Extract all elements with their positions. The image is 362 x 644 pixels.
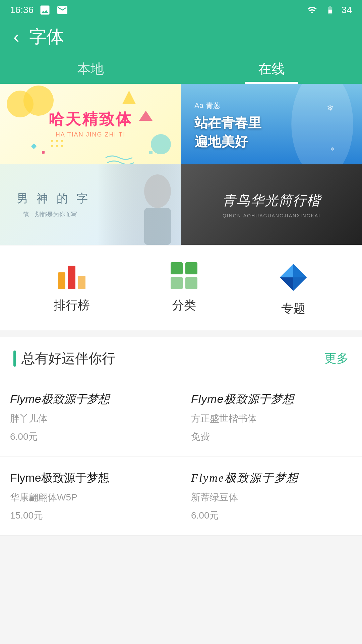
font-type-1: 胖丫儿体 [10,412,171,425]
banner-1-sub-text: HA TIAN JING ZHI TI [49,131,132,138]
page-title: 字体 [29,25,64,49]
section-title-wrap: 总有好运伴你行 [13,349,115,368]
status-right: 34 [305,5,352,15]
tab-online[interactable]: 在线 [181,54,362,84]
font-grid: Flyme极致源于梦想 胖丫儿体 6.00元 Flyme极致源于梦想 方正盛世楷… [0,378,362,536]
banner-qingniao[interactable]: 青鸟华光简行楷 QINGNIAOHUAGUANGJIANXINGKAI [181,164,362,245]
banner-male-god[interactable]: 男 神 的 字 一笔一划都是为你而写 [0,164,181,245]
font-type-3: 华康翩翩体W5P [10,491,171,504]
banner-2-small-text: Aa-青葱 [194,101,261,111]
font-type-4: 新蒂绿豆体 [191,491,352,504]
font-section: 总有好运伴你行 更多 Flyme极致源于梦想 胖丫儿体 6.00元 Flyme极… [0,337,362,536]
category-ranking-label: 排行榜 [54,297,90,314]
font-price-1: 6.00元 [10,430,171,443]
svg-point-14 [291,84,353,164]
bar-chart-icon [58,262,85,289]
grid-icon [171,262,197,289]
bar-3 [78,276,85,289]
font-display-1: Flyme极致源于梦想 [10,391,171,407]
banner-4-text: 青鸟华光简行楷 QINGNIAOHUAGUANGJIANXINGKAI [222,191,321,218]
tab-local[interactable]: 本地 [0,54,181,84]
banner-3-main-text: 男 神 的 字 [17,191,90,206]
mail-icon [56,4,68,16]
font-item-1[interactable]: Flyme极致源于梦想 胖丫儿体 6.00元 [0,378,181,457]
tabs-container: 本地 在线 [0,54,362,84]
banner-4-main-text: 青鸟华光简行楷 [222,191,321,210]
section-header: 总有好运伴你行 更多 [0,337,362,378]
font-item-4[interactable]: Flyme极致源于梦想 新蒂绿豆体 6.00元 [181,457,362,536]
status-time: 16:36 [10,5,34,15]
diamond-icon [278,262,308,292]
svg-marker-22 [293,264,307,277]
banner-4-sub-text: QINGNIAOHUAGUANGJIANXINGKAI [222,213,321,218]
font-price-2: 免费 [191,430,352,443]
category-special-label: 专题 [281,301,305,317]
banner-hatian[interactable]: 哈天精致体 HA TIAN JING ZHI TI [0,84,181,164]
font-price-4: 6.00元 [191,509,352,522]
font-price-3: 15.00元 [10,509,171,522]
svg-rect-0 [328,10,332,13]
svg-marker-25 [293,277,307,291]
category-classification-label: 分类 [172,297,196,314]
banner-qingcong[interactable]: ❄ ❄ ❄ Aa-青葱 站在青春里遍地美好 [181,84,362,164]
grid-cell-1 [171,262,183,274]
category-ranking[interactable]: 排行榜 [54,262,90,317]
banner-3-sub-text: 一笔一划都是为你而写 [17,210,90,218]
svg-rect-20 [144,208,171,245]
banner-3-text: 男 神 的 字 一笔一划都是为你而写 [10,184,97,225]
font-item-2[interactable]: Flyme极致源于梦想 方正盛世楷书体 免费 [181,378,362,457]
font-type-2: 方正盛世楷书体 [191,412,352,425]
back-button[interactable]: ‹ [13,28,19,46]
grid-cell-2 [185,262,197,274]
svg-marker-23 [280,277,293,291]
section-title: 总有好运伴你行 [21,349,115,368]
bar-1 [58,272,65,289]
battery-frame-icon [323,5,337,15]
image-icon [39,4,51,16]
top-bar: ‹ 字体 [0,20,362,54]
svg-marker-24 [280,264,293,277]
svg-point-19 [144,174,171,208]
more-button[interactable]: 更多 [324,350,349,367]
banner-grid: 哈天精致体 HA TIAN JING ZHI TI ❄ ❄ ❄ Aa-青葱 站 [0,84,362,245]
banner-2-text: Aa-青葱 站在青春里遍地美好 [188,94,268,158]
category-classification[interactable]: 分类 [171,262,197,317]
banner-2-main-text: 站在青春里遍地美好 [194,113,261,151]
wifi-icon [305,5,319,15]
banner-1-text: 哈天精致体 HA TIAN JING ZHI TI [49,110,132,138]
font-display-3: Flyme极致源于梦想 [10,470,171,486]
font-display-4: Flyme极致源于梦想 [191,470,352,486]
battery-level: 34 [342,5,352,15]
category-section: 排行榜 分类 专题 [0,246,362,330]
status-left: 16:36 [10,4,68,16]
grid-cell-4 [185,277,197,289]
status-bar: 16:36 34 [0,0,362,20]
banner-1-main-text: 哈天精致体 [49,110,132,128]
bar-2 [68,266,75,289]
font-display-2: Flyme极致源于梦想 [191,391,352,407]
grid-cell-3 [171,277,183,289]
category-special[interactable]: 专题 [278,262,308,317]
font-item-3[interactable]: Flyme极致源于梦想 华康翩翩体W5P 15.00元 [0,457,181,536]
section-bar-decoration [13,351,16,367]
